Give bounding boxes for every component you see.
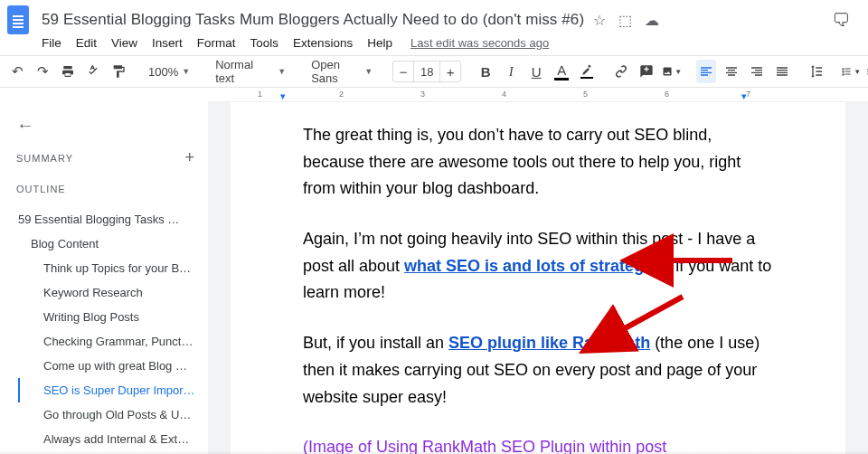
ruler-tick: 6 (665, 90, 669, 99)
menu-edit[interactable]: Edit (76, 36, 97, 50)
ruler-tick: 1 (258, 90, 262, 99)
italic-button[interactable]: I (501, 60, 521, 83)
menu-file[interactable]: File (42, 36, 61, 50)
menu-extensions[interactable]: Extensions (293, 36, 353, 50)
paragraph-style-select[interactable]: Normal text▼ (210, 60, 291, 83)
open-comments-icon[interactable]: 🗨 (832, 10, 850, 31)
outline-item[interactable]: Go through Old Posts & U… (16, 402, 195, 427)
insert-image-button[interactable]: ▼ (662, 60, 682, 83)
bold-button[interactable]: B (476, 60, 495, 83)
paragraph[interactable]: Again, I’m not going heavily into SEO wi… (303, 226, 773, 307)
spellcheck-button[interactable] (83, 60, 103, 83)
text-run: But, if you install an (303, 334, 448, 352)
paragraph[interactable]: The great thing is, you don’t have to ca… (303, 122, 773, 203)
add-comment-button[interactable] (637, 60, 656, 83)
menubar: File Edit View Insert Format Tools Exten… (0, 34, 868, 55)
outline-item[interactable]: SEO is Super Duper Impor… (18, 378, 195, 402)
docs-logo-icon[interactable] (7, 5, 29, 34)
insert-link-button[interactable] (611, 60, 631, 83)
align-right-button[interactable] (747, 60, 767, 83)
menu-format[interactable]: Format (197, 36, 236, 50)
outline-item[interactable]: 59 Essential Blogging Tasks … (16, 207, 195, 232)
underline-button[interactable]: U (526, 60, 546, 83)
collapse-outline-icon[interactable]: ← (16, 115, 195, 136)
star-icon[interactable]: ☆ (593, 12, 606, 29)
print-button[interactable] (58, 60, 78, 83)
paragraph[interactable]: But, if you install an SEO plugin like R… (303, 330, 773, 411)
zoom-select[interactable]: 100%▼ (143, 60, 195, 83)
outline-item[interactable]: Think up Topics for your B… (16, 256, 195, 280)
outline-item[interactable]: Writing Blog Posts (16, 305, 195, 329)
outline-header: OUTLINE (16, 184, 195, 194)
document-canvas[interactable]: The great thing is, you don’t have to ca… (208, 102, 868, 454)
highlight-button[interactable] (577, 60, 597, 83)
menu-tools[interactable]: Tools (250, 36, 279, 50)
outline-item[interactable]: Always add Internal & Ext… (16, 427, 195, 451)
outline-item[interactable]: Blog Content (16, 232, 195, 256)
font-size-value[interactable]: 18 (413, 61, 440, 81)
outline-item[interactable]: Come up with great Blog … (16, 354, 195, 378)
font-size-decrease[interactable]: − (393, 64, 413, 80)
align-center-button[interactable] (722, 60, 741, 83)
add-summary-button[interactable]: + (184, 148, 195, 167)
menu-view[interactable]: View (111, 36, 137, 50)
menu-insert[interactable]: Insert (152, 36, 183, 50)
ruler[interactable]: ▾ 1 2 3 4 5 6 7 ▾ (208, 88, 868, 102)
link-seo-strategies[interactable]: what SEO is and lots of strategies (404, 257, 666, 275)
ruler-tick: 5 (583, 90, 588, 99)
menu-help[interactable]: Help (367, 36, 392, 50)
font-size-stepper[interactable]: − 18 + (392, 61, 461, 82)
toolbar: ↶ ↷ 100%▼ Normal text▼ Open Sans▼ − 18 +… (0, 55, 868, 88)
align-left-button[interactable] (696, 60, 716, 83)
summary-header: SUMMARY (16, 153, 73, 164)
text-color-button[interactable]: A (552, 60, 571, 83)
font-select[interactable]: Open Sans▼ (306, 60, 378, 83)
align-justify-button[interactable] (772, 60, 792, 83)
ruler-tick: 2 (339, 90, 344, 99)
cloud-status-icon: ☁ (645, 12, 659, 29)
move-icon[interactable]: ⬚ (618, 12, 632, 29)
outline-item[interactable]: Keyword Research (16, 280, 195, 305)
paint-format-button[interactable] (108, 60, 128, 83)
font-size-increase[interactable]: + (440, 64, 460, 80)
ruler-tick: 4 (502, 90, 506, 99)
outline-item[interactable]: Checking Grammar, Punct… (16, 329, 195, 354)
outline-sidebar: ← SUMMARY + OUTLINE 59 Essential Bloggin… (0, 102, 208, 454)
doc-title[interactable]: 59 Essential Blogging Tasks Mum Bloggers… (42, 11, 584, 29)
checklist-button[interactable]: ▼ (841, 60, 861, 83)
line-spacing-button[interactable] (807, 60, 826, 83)
page: The great thing is, you don’t have to ca… (231, 102, 845, 454)
ruler-right-marker[interactable]: ▾ (741, 90, 747, 102)
ruler-left-marker[interactable]: ▾ (280, 90, 286, 102)
ruler-tick: 3 (420, 90, 425, 99)
last-edit-text[interactable]: Last edit was seconds ago (410, 36, 549, 50)
redo-button[interactable]: ↷ (33, 60, 52, 83)
link-rankmath[interactable]: SEO plugin like RankMath (448, 334, 650, 352)
undo-button[interactable]: ↶ (7, 60, 27, 83)
